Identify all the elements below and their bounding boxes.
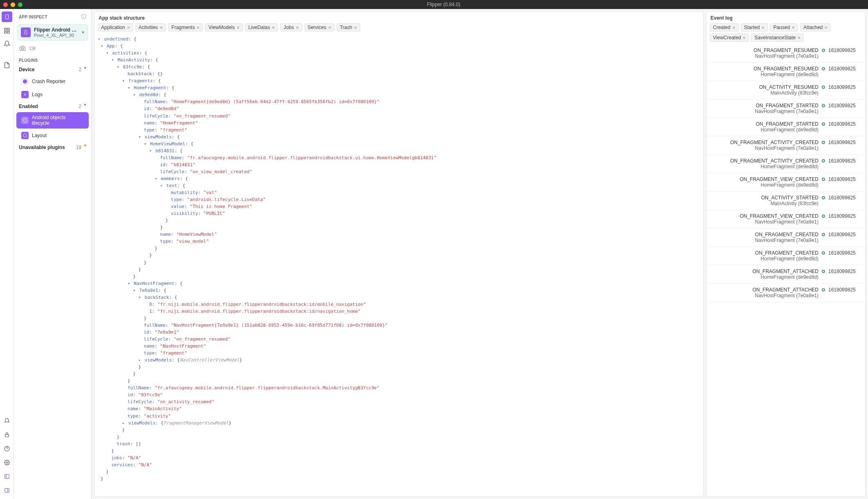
event-timestamp: 1618099825	[828, 250, 861, 256]
section-unavailable[interactable]: Unavailable plugins 19 ˅	[14, 142, 91, 153]
filter-chip[interactable]: Jobs✕	[280, 23, 302, 32]
event-row[interactable]: ON_FRAGMENT_ACTIVITY_CREATEDHomeFragment…	[706, 155, 865, 173]
event-row[interactable]: ON_ACTIVITY_RESUMEDMainActivity (83fcc9e…	[706, 81, 865, 99]
help-icon[interactable]	[2, 444, 11, 453]
bell-icon[interactable]	[2, 39, 11, 48]
close-icon[interactable]: ✕	[296, 25, 299, 30]
event-detail: MainActivity (83fcc9e)	[711, 201, 819, 206]
panel-title: App stack structure	[94, 12, 703, 23]
section-device[interactable]: Device 2 ˄	[14, 64, 91, 75]
close-icon[interactable]: ✕	[797, 36, 801, 40]
close-icon[interactable]: ✕	[824, 25, 828, 30]
minimize-window-icon[interactable]	[11, 2, 15, 7]
dot-badge	[84, 144, 86, 147]
filter-chip[interactable]: Activities✕	[135, 23, 166, 32]
device-sub: Pixel_4_XL_API_30	[34, 33, 79, 38]
plugins-title: PLUGINS	[14, 55, 91, 64]
status-dot-icon	[822, 178, 825, 181]
grid-icon[interactable]	[2, 26, 11, 35]
svg-rect-2	[7, 28, 9, 30]
event-row[interactable]: ON_FRAGMENT_ACTIVITY_CREATEDNavHostFragm…	[706, 136, 865, 155]
status-dot-icon	[822, 104, 825, 107]
event-row[interactable]: ON_FRAGMENT_ATTACHEDHomeFragment (de9ed8…	[706, 265, 865, 284]
svg-rect-9	[4, 474, 9, 478]
event-row[interactable]: ON_FRAGMENT_CREATEDHomeFragment (de9ed8d…	[706, 247, 865, 265]
crash-icon	[21, 78, 29, 85]
filter-chip[interactable]: Attached✕	[800, 23, 831, 32]
event-type: ON_ACTIVITY_STARTED	[711, 195, 819, 201]
close-icon[interactable]: ✕	[732, 25, 735, 30]
close-icon[interactable]: ✕	[196, 25, 200, 30]
event-detail: NavHostFragment (7e0a9e1)	[711, 293, 819, 298]
traffic-lights	[3, 2, 22, 7]
sidebar-item-layout[interactable]: Layout	[16, 129, 89, 142]
close-window-icon[interactable]	[3, 2, 8, 7]
app-icon[interactable]	[2, 11, 12, 22]
panel-left-icon[interactable]	[2, 472, 11, 481]
event-row[interactable]: ON_FRAGMENT_ATTACHEDNavHostFragment (7e0…	[706, 284, 865, 302]
status-dot-icon	[822, 122, 825, 126]
logs-icon	[21, 91, 29, 98]
lock-icon[interactable]	[2, 430, 11, 439]
json-tree[interactable]: ▾ undefined: { ▾ App: { ▾ activities: { …	[98, 36, 700, 482]
device-selector[interactable]: Flipper Android Backsta... Pixel_4_XL_AP…	[17, 24, 88, 41]
filter-chip[interactable]: Paused✕	[770, 23, 798, 32]
close-icon[interactable]: ✕	[236, 25, 240, 30]
file-icon[interactable]	[2, 61, 11, 70]
sidebar-item-logs[interactable]: Logs	[16, 88, 89, 101]
maximize-window-icon[interactable]	[18, 2, 22, 7]
layout-icon	[21, 132, 29, 139]
filter-chip[interactable]: Services✕	[304, 23, 335, 32]
filter-chip[interactable]: Trash✕	[337, 23, 360, 32]
event-row[interactable]: ON_ACTIVITY_STARTEDMainActivity (83fcc9e…	[706, 192, 865, 210]
filter-chip[interactable]: Application✕	[98, 23, 133, 32]
event-row[interactable]: ON_FRAGMENT_VIEW_CREATEDNavHostFragment …	[706, 210, 865, 228]
filter-chip[interactable]: Fragments✕	[168, 23, 203, 32]
close-icon[interactable]: ✕	[761, 25, 765, 30]
event-row[interactable]: ON_FRAGMENT_RESUMEDHomeFragment (de9ed8d…	[706, 63, 865, 81]
close-icon[interactable]: ✕	[742, 36, 746, 40]
filter-chip[interactable]: SaveInstanceState✕	[751, 34, 804, 42]
event-type: ON_FRAGMENT_VIEW_CREATED	[711, 176, 819, 182]
camera-icon[interactable]	[20, 45, 25, 52]
filter-chip[interactable]: ViewModels✕	[205, 23, 243, 32]
event-row[interactable]: ON_FRAGMENT_CREATEDNavHostFragment (7e0a…	[706, 228, 865, 247]
event-type: ON_FRAGMENT_RESUMED	[711, 66, 819, 72]
sidebar-item-android-objects[interactable]: Android objects lifecycle	[16, 112, 89, 129]
event-type: ON_FRAGMENT_CREATED	[711, 250, 819, 256]
chevron-down-icon: ▾	[82, 29, 84, 35]
filter-chip[interactable]: Started✕	[741, 23, 768, 32]
filter-chip[interactable]: Created✕	[710, 23, 739, 32]
panel-right-icon[interactable]	[2, 486, 11, 495]
event-row[interactable]: ON_FRAGMENT_RESUMEDNavHostFragment (7e0a…	[706, 44, 865, 63]
section-enabled[interactable]: Enabled 2 ˄	[14, 101, 91, 112]
event-row[interactable]: ON_FRAGMENT_STARTEDNavHostFragment (7e0a…	[706, 99, 865, 118]
svg-rect-16	[25, 31, 27, 34]
event-detail: HomeFragment (de9ed8d)	[711, 274, 819, 280]
video-icon[interactable]	[29, 45, 35, 52]
close-icon[interactable]: ✕	[160, 25, 163, 30]
alert-icon[interactable]	[2, 416, 11, 425]
info-icon[interactable]	[81, 14, 86, 20]
device-icon	[21, 27, 31, 37]
event-timestamp: 1618099825	[828, 121, 861, 127]
status-dot-icon	[822, 288, 825, 291]
filter-chips: Application✕Activities✕Fragments✕ViewMod…	[94, 23, 703, 34]
status-dot-icon	[822, 251, 825, 255]
event-type: ON_FRAGMENT_ACTIVITY_CREATED	[711, 158, 819, 164]
sidebar-item-crash-reporter[interactable]: Crash Reporter	[16, 75, 89, 88]
close-icon[interactable]: ✕	[328, 25, 331, 30]
close-icon[interactable]: ✕	[792, 25, 795, 30]
filter-chip[interactable]: LiveDatas✕	[245, 23, 278, 32]
close-icon[interactable]: ✕	[354, 25, 357, 30]
close-icon[interactable]: ✕	[127, 25, 130, 30]
window-titlebar: Flipper (0.84.0)	[0, 0, 868, 9]
close-icon[interactable]: ✕	[272, 25, 275, 30]
event-type: ON_FRAGMENT_STARTED	[711, 103, 819, 108]
event-list[interactable]: ON_FRAGMENT_RESUMEDNavHostFragment (7e0a…	[706, 44, 865, 496]
status-dot-icon	[822, 159, 825, 163]
event-row[interactable]: ON_FRAGMENT_VIEW_CREATEDHomeFragment (de…	[706, 173, 865, 192]
filter-chip[interactable]: ViewCreated✕	[710, 34, 749, 42]
event-row[interactable]: ON_FRAGMENT_STARTEDHomeFragment (de9ed8d…	[706, 118, 865, 136]
gear-icon[interactable]	[2, 458, 11, 467]
